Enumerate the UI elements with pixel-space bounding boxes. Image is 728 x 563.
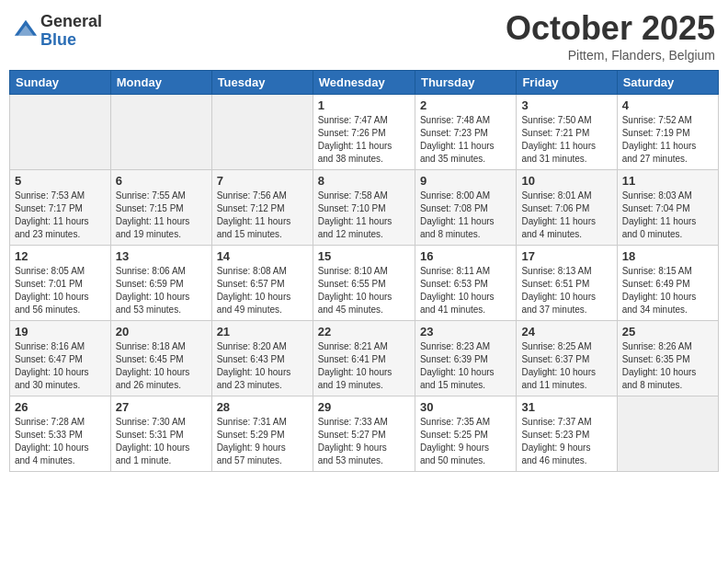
calendar-cell: 28Sunrise: 7:31 AM Sunset: 5:29 PM Dayli… — [211, 396, 313, 472]
calendar-week-row: 12Sunrise: 8:05 AM Sunset: 7:01 PM Dayli… — [10, 246, 719, 321]
calendar-cell: 26Sunrise: 7:28 AM Sunset: 5:33 PM Dayli… — [10, 396, 111, 472]
day-number: 16 — [420, 249, 511, 263]
day-info: Sunrise: 7:55 AM Sunset: 7:15 PM Dayligh… — [116, 190, 207, 241]
title-area: October 2025 Pittem, Flanders, Belgium — [506, 9, 715, 63]
day-info: Sunrise: 8:05 AM Sunset: 7:01 PM Dayligh… — [15, 265, 106, 316]
day-number: 2 — [420, 98, 511, 112]
day-number: 11 — [622, 174, 713, 188]
calendar-cell: 11Sunrise: 8:03 AM Sunset: 7:04 PM Dayli… — [617, 170, 718, 246]
day-number: 27 — [116, 400, 207, 414]
location-subtitle: Pittem, Flanders, Belgium — [506, 48, 715, 63]
day-number: 4 — [622, 98, 713, 112]
weekday-header-tuesday: Tuesday — [211, 71, 313, 95]
logo-blue: Blue — [40, 31, 102, 50]
day-number: 25 — [622, 325, 713, 339]
day-number: 5 — [15, 174, 106, 188]
calendar-cell: 23Sunrise: 8:23 AM Sunset: 6:39 PM Dayli… — [415, 321, 516, 396]
day-number: 30 — [420, 400, 511, 414]
day-info: Sunrise: 8:15 AM Sunset: 6:49 PM Dayligh… — [622, 265, 713, 316]
day-info: Sunrise: 8:08 AM Sunset: 6:57 PM Dayligh… — [217, 265, 308, 316]
calendar-cell: 15Sunrise: 8:10 AM Sunset: 6:55 PM Dayli… — [313, 246, 415, 321]
calendar-cell: 4Sunrise: 7:52 AM Sunset: 7:19 PM Daylig… — [617, 95, 718, 170]
day-number: 31 — [521, 400, 611, 414]
day-info: Sunrise: 8:01 AM Sunset: 7:06 PM Dayligh… — [521, 190, 611, 241]
calendar-cell: 9Sunrise: 8:00 AM Sunset: 7:08 PM Daylig… — [415, 170, 516, 246]
calendar-cell — [10, 95, 111, 170]
day-info: Sunrise: 7:48 AM Sunset: 7:23 PM Dayligh… — [420, 114, 511, 166]
calendar-cell: 25Sunrise: 8:26 AM Sunset: 6:35 PM Dayli… — [617, 321, 718, 396]
day-info: Sunrise: 8:00 AM Sunset: 7:08 PM Dayligh… — [420, 190, 511, 241]
calendar-cell: 2Sunrise: 7:48 AM Sunset: 7:23 PM Daylig… — [415, 95, 516, 170]
day-number: 24 — [521, 325, 611, 339]
day-number: 26 — [15, 400, 106, 414]
day-number: 10 — [521, 174, 611, 188]
calendar-week-row: 19Sunrise: 8:16 AM Sunset: 6:47 PM Dayli… — [10, 321, 719, 396]
day-number: 3 — [521, 98, 611, 112]
day-number: 22 — [318, 325, 410, 339]
day-number: 1 — [318, 98, 410, 112]
calendar-week-row: 26Sunrise: 7:28 AM Sunset: 5:33 PM Dayli… — [10, 396, 719, 472]
day-info: Sunrise: 8:21 AM Sunset: 6:41 PM Dayligh… — [318, 340, 410, 392]
day-info: Sunrise: 7:53 AM Sunset: 7:17 PM Dayligh… — [15, 190, 106, 241]
calendar-cell: 12Sunrise: 8:05 AM Sunset: 7:01 PM Dayli… — [10, 246, 111, 321]
weekday-header-friday: Friday — [517, 71, 617, 95]
day-info: Sunrise: 8:20 AM Sunset: 6:43 PM Dayligh… — [217, 340, 308, 392]
calendar-cell: 10Sunrise: 8:01 AM Sunset: 7:06 PM Dayli… — [517, 170, 617, 246]
day-info: Sunrise: 8:03 AM Sunset: 7:04 PM Dayligh… — [622, 190, 713, 241]
logo-icon — [13, 18, 39, 44]
day-number: 23 — [420, 325, 511, 339]
calendar-cell: 14Sunrise: 8:08 AM Sunset: 6:57 PM Dayli… — [211, 246, 313, 321]
day-info: Sunrise: 7:35 AM Sunset: 5:25 PM Dayligh… — [420, 416, 511, 467]
calendar-cell: 20Sunrise: 8:18 AM Sunset: 6:45 PM Dayli… — [110, 321, 211, 396]
day-number: 19 — [15, 325, 106, 339]
calendar-week-row: 5Sunrise: 7:53 AM Sunset: 7:17 PM Daylig… — [10, 170, 719, 246]
calendar-week-row: 1Sunrise: 7:47 AM Sunset: 7:26 PM Daylig… — [10, 95, 719, 170]
day-info: Sunrise: 8:16 AM Sunset: 6:47 PM Dayligh… — [15, 340, 106, 392]
calendar-cell: 13Sunrise: 8:06 AM Sunset: 6:59 PM Dayli… — [110, 246, 211, 321]
day-info: Sunrise: 7:47 AM Sunset: 7:26 PM Dayligh… — [318, 114, 410, 166]
calendar-cell: 18Sunrise: 8:15 AM Sunset: 6:49 PM Dayli… — [617, 246, 718, 321]
day-number: 29 — [318, 400, 410, 414]
day-info: Sunrise: 7:52 AM Sunset: 7:19 PM Dayligh… — [622, 114, 713, 166]
day-number: 28 — [217, 400, 308, 414]
calendar-cell: 24Sunrise: 8:25 AM Sunset: 6:37 PM Dayli… — [517, 321, 617, 396]
day-info: Sunrise: 8:13 AM Sunset: 6:51 PM Dayligh… — [521, 265, 611, 316]
calendar-cell: 8Sunrise: 7:58 AM Sunset: 7:10 PM Daylig… — [313, 170, 415, 246]
day-info: Sunrise: 7:31 AM Sunset: 5:29 PM Dayligh… — [217, 416, 308, 467]
day-number: 13 — [116, 249, 207, 263]
day-info: Sunrise: 7:37 AM Sunset: 5:23 PM Dayligh… — [521, 416, 611, 467]
weekday-header-sunday: Sunday — [10, 71, 111, 95]
calendar-cell: 30Sunrise: 7:35 AM Sunset: 5:25 PM Dayli… — [415, 396, 516, 472]
day-info: Sunrise: 8:23 AM Sunset: 6:39 PM Dayligh… — [420, 340, 511, 392]
calendar-cell: 27Sunrise: 7:30 AM Sunset: 5:31 PM Dayli… — [110, 396, 211, 472]
calendar-cell: 29Sunrise: 7:33 AM Sunset: 5:27 PM Dayli… — [313, 396, 415, 472]
calendar-cell: 22Sunrise: 8:21 AM Sunset: 6:41 PM Dayli… — [313, 321, 415, 396]
day-number: 9 — [420, 174, 511, 188]
weekday-header-thursday: Thursday — [415, 71, 516, 95]
calendar-cell: 1Sunrise: 7:47 AM Sunset: 7:26 PM Daylig… — [313, 95, 415, 170]
calendar-cell: 3Sunrise: 7:50 AM Sunset: 7:21 PM Daylig… — [517, 95, 617, 170]
month-title: October 2025 — [506, 9, 715, 48]
day-info: Sunrise: 7:50 AM Sunset: 7:21 PM Dayligh… — [521, 114, 611, 166]
calendar-cell: 7Sunrise: 7:56 AM Sunset: 7:12 PM Daylig… — [211, 170, 313, 246]
logo-text: General Blue — [40, 13, 102, 50]
day-number: 6 — [116, 174, 207, 188]
calendar-cell: 21Sunrise: 8:20 AM Sunset: 6:43 PM Dayli… — [211, 321, 313, 396]
weekday-header-saturday: Saturday — [617, 71, 718, 95]
day-info: Sunrise: 7:30 AM Sunset: 5:31 PM Dayligh… — [116, 416, 207, 467]
logo-general: General — [40, 13, 102, 31]
day-number: 7 — [217, 174, 308, 188]
day-number: 17 — [521, 249, 611, 263]
day-info: Sunrise: 7:28 AM Sunset: 5:33 PM Dayligh… — [15, 416, 106, 467]
day-info: Sunrise: 7:58 AM Sunset: 7:10 PM Dayligh… — [318, 190, 410, 241]
day-info: Sunrise: 8:10 AM Sunset: 6:55 PM Dayligh… — [318, 265, 410, 316]
calendar-cell: 16Sunrise: 8:11 AM Sunset: 6:53 PM Dayli… — [415, 246, 516, 321]
day-info: Sunrise: 7:56 AM Sunset: 7:12 PM Dayligh… — [217, 190, 308, 241]
calendar-cell — [110, 95, 211, 170]
day-info: Sunrise: 7:33 AM Sunset: 5:27 PM Dayligh… — [318, 416, 410, 467]
day-number: 12 — [15, 249, 106, 263]
day-info: Sunrise: 8:18 AM Sunset: 6:45 PM Dayligh… — [116, 340, 207, 392]
logo: General Blue — [13, 13, 102, 50]
day-info: Sunrise: 8:06 AM Sunset: 6:59 PM Dayligh… — [116, 265, 207, 316]
calendar-cell: 31Sunrise: 7:37 AM Sunset: 5:23 PM Dayli… — [517, 396, 617, 472]
